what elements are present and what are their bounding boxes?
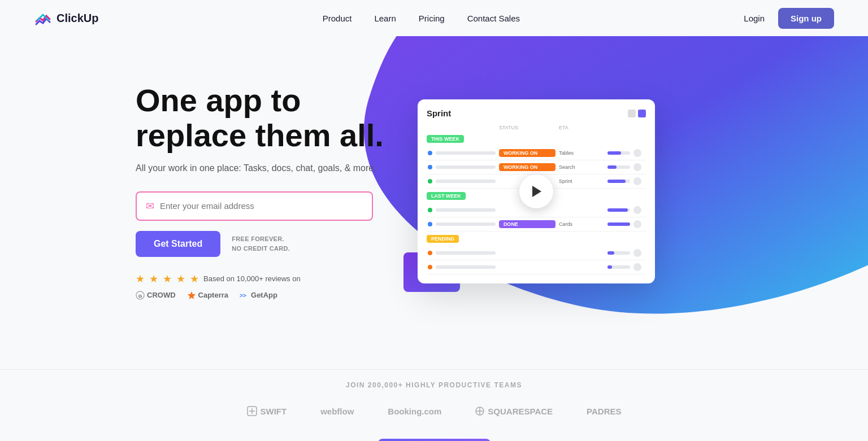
play-button[interactable] [519,174,553,208]
logo-text: ClickUp [57,12,98,25]
col-headers: STATUS ETA [427,125,646,130]
action-btn-1[interactable] [633,149,641,157]
mockup-title: Sprint [427,108,451,118]
logo-squarespace: SQUARESPACE [475,407,553,416]
mockup-row-1: WORKING ON Tables [427,146,646,160]
action-btn-6[interactable] [633,249,641,257]
nav-pricing[interactable]: Pricing [419,14,445,23]
login-link[interactable]: Login [744,14,765,23]
mockup-row-6 [427,246,646,260]
cta-row: Get Started FREE FOREVER. NO CREDIT CARD… [136,231,384,257]
play-icon [532,186,541,197]
clickup-logo-icon [34,9,52,27]
dot [428,222,432,226]
reviews-text: Based on 10,000+ reviews on [203,274,301,283]
company-logos: SWIFT webflow Booking.com SQUARESPACE PA… [0,406,868,416]
pending-badge: PENDING [427,235,459,243]
free-forever-button[interactable]: Free Forever [378,439,491,441]
svg-marker-2 [188,291,196,299]
this-week-badge: THIS WEEK [427,135,464,143]
action-btn-5[interactable] [633,220,641,228]
email-icon: ✉ [146,200,154,212]
mockup-row-5: DONE Cards [427,217,646,232]
star-3: ★ [163,273,172,285]
hero-title: One app to replace them all. [136,83,384,152]
get-started-button[interactable]: Get Started [136,231,220,257]
action-btn-2[interactable] [633,163,641,171]
mockup-row-7 [427,260,646,274]
dot [428,208,432,212]
signup-button[interactable]: Sign up [778,8,834,29]
status-working-2: WORKING ON [499,163,555,171]
last-week-badge: LAST WEEK [427,192,466,200]
nav-right: Login Sign up [744,8,834,29]
bottom-section: JOIN 200,000+ HIGHLY PRODUCTIVE TEAMS SW… [0,335,868,441]
hero-content: One app to replace them all. All your wo… [136,72,384,299]
email-input[interactable] [160,201,363,211]
dot [428,179,432,184]
review-capterra: Capterra [187,291,228,300]
status-done-1: DONE [499,220,555,228]
nav-links: Product Learn Pricing Contact Sales [323,14,520,23]
navbar: ClickUp Product Learn Pricing Contact Sa… [0,0,868,36]
app-mockup: Sprint STATUS ETA THIS WEEK [418,99,655,283]
hero-image: Sprint STATUS ETA THIS WEEK [418,88,655,283]
action-btn-3[interactable] [633,177,641,185]
review-gcrowd: G CROWD [136,291,176,300]
email-form: ✉ [136,191,373,221]
logo[interactable]: ClickUp [34,9,98,27]
star-2: ★ [149,273,158,285]
assignee-5: Cards [559,221,604,227]
nav-contact-sales[interactable]: Contact Sales [467,14,520,23]
hero-subtitle: All your work in one place: Tasks, docs,… [136,163,384,173]
logo-padres: PADRES [587,407,621,416]
dot [428,251,432,255]
star-4: ★ [176,273,185,285]
mockup-header: Sprint [427,108,646,118]
assignee-3: Sprint [559,178,604,184]
nav-product[interactable]: Product [323,14,352,23]
review-getapp: >> GetApp [240,291,277,300]
star-1: ★ [136,273,145,285]
assignee-2: Search [559,164,604,170]
dot [428,151,432,155]
hero-section: One app to replace them all. All your wo… [0,36,868,335]
star-5: ★ [190,273,199,285]
join-text: JOIN 200,000+ HIGHLY PRODUCTIVE TEAMS [0,381,868,389]
action-btn-4[interactable] [633,206,641,214]
logo-swift: SWIFT [247,406,287,416]
logo-booking: Booking.com [388,407,441,416]
svg-text:G: G [138,294,142,299]
action-btn-7[interactable] [633,263,641,271]
toggle-dot-1 [628,110,636,117]
assignee-1: Tables [559,150,604,156]
toggle-dot-2 [638,110,646,117]
free-text: FREE FOREVER. NO CREDIT CARD. [232,234,290,253]
free-forever-row: Free Forever [0,439,868,441]
logo-webflow: webflow [320,407,354,416]
dot [428,265,432,269]
status-working-1: WORKING ON [499,149,555,157]
divider-1 [0,369,868,370]
stars-row: ★ ★ ★ ★ ★ Based on 10,000+ reviews on [136,273,384,285]
review-logos: G CROWD Capterra >> GetApp [136,291,384,300]
mockup-toggle [628,110,646,117]
svg-text:>>: >> [240,292,246,299]
nav-learn[interactable]: Learn [374,14,396,23]
dot [428,165,432,169]
mockup-row-2: WORKING ON Search [427,160,646,174]
